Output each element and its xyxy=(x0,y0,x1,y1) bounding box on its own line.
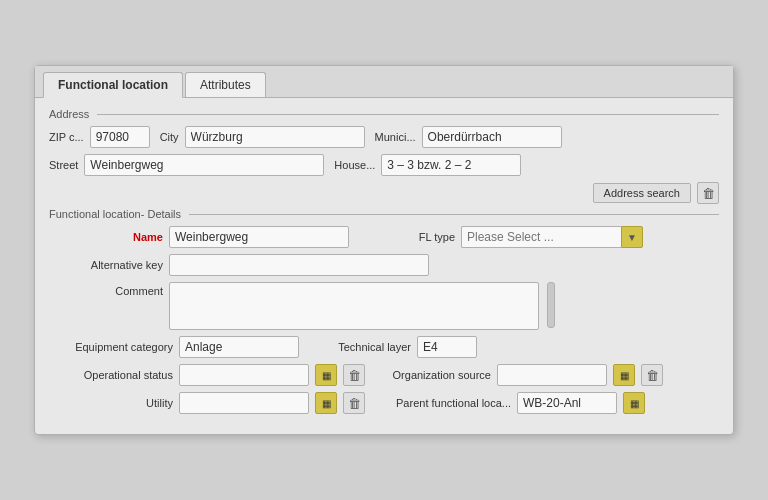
folder-icon-parent: ▦ xyxy=(630,398,639,409)
folder-icon-opstatus: ▦ xyxy=(322,370,331,381)
utility-folder-button[interactable]: ▦ xyxy=(315,392,337,414)
op-status-group: Operational status ▦ 🗑 xyxy=(53,364,365,386)
zip-input[interactable] xyxy=(90,126,150,148)
op-status-trash-button[interactable]: 🗑 xyxy=(343,364,365,386)
name-field-group: Name xyxy=(53,226,349,248)
fl-type-input[interactable] xyxy=(461,226,621,248)
address-search-button[interactable]: Address search xyxy=(593,183,691,203)
street-label: Street xyxy=(49,159,78,171)
address-row-2: Street House... xyxy=(49,154,719,176)
arrow-down-icon: ▼ xyxy=(627,232,637,243)
op-status-input[interactable] xyxy=(179,364,309,386)
trash-icon-utility: 🗑 xyxy=(348,396,361,411)
alt-key-row: Alternative key xyxy=(53,254,715,276)
munic-label: Munici... xyxy=(375,131,416,143)
details-row-opstatus: Operational status ▦ 🗑 Organization sour… xyxy=(53,364,715,386)
details-row-utility: Utility ▦ 🗑 Parent functional loca... ▦ xyxy=(53,392,715,414)
address-search-row: Address search 🗑 xyxy=(49,182,719,204)
scrollbar[interactable] xyxy=(547,282,555,328)
content-area: Address ZIP c... City Munici... Street H… xyxy=(35,98,733,434)
parent-input[interactable] xyxy=(517,392,617,414)
org-src-trash-button[interactable]: 🗑 xyxy=(641,364,663,386)
main-panel: Functional location Attributes Address Z… xyxy=(34,65,734,435)
trash-icon-orgsrc: 🗑 xyxy=(646,368,659,383)
city-label: City xyxy=(160,131,179,143)
op-status-label: Operational status xyxy=(53,369,173,381)
city-input[interactable] xyxy=(185,126,365,148)
parent-folder-button[interactable]: ▦ xyxy=(623,392,645,414)
folder-icon-orgsrc: ▦ xyxy=(620,370,629,381)
comment-textarea[interactable] xyxy=(169,282,539,330)
parent-label: Parent functional loca... xyxy=(381,397,511,409)
details-row-1: Name FL type ▼ xyxy=(53,226,715,248)
org-src-input[interactable] xyxy=(497,364,607,386)
house-input[interactable] xyxy=(381,154,521,176)
fl-type-container: ▼ xyxy=(461,226,643,248)
folder-icon-utility: ▦ xyxy=(322,398,331,409)
trash-icon: 🗑 xyxy=(702,186,715,201)
utility-label: Utility xyxy=(53,397,173,409)
name-input[interactable] xyxy=(169,226,349,248)
org-src-folder-button[interactable]: ▦ xyxy=(613,364,635,386)
alt-key-label: Alternative key xyxy=(53,259,163,271)
op-status-folder-button[interactable]: ▦ xyxy=(315,364,337,386)
address-trash-button[interactable]: 🗑 xyxy=(697,182,719,204)
org-src-label: Organization source xyxy=(381,369,491,381)
equip-cat-label: Equipment category xyxy=(53,341,173,353)
fl-type-label: FL type xyxy=(395,231,455,243)
tech-layer-group: Technical layer xyxy=(331,336,477,358)
street-input[interactable] xyxy=(84,154,324,176)
details-row-equip: Equipment category Technical layer xyxy=(53,336,715,358)
utility-input[interactable] xyxy=(179,392,309,414)
tech-layer-label: Technical layer xyxy=(331,341,411,353)
address-section-header: Address xyxy=(49,108,719,120)
address-row-1: ZIP c... City Munici... xyxy=(49,126,719,148)
fl-type-dropdown-button[interactable]: ▼ xyxy=(621,226,643,248)
tab-attributes[interactable]: Attributes xyxy=(185,72,266,97)
equip-cat-group: Equipment category xyxy=(53,336,299,358)
parent-group: Parent functional loca... ▦ xyxy=(381,392,645,414)
zip-label: ZIP c... xyxy=(49,131,84,143)
details-content: Name FL type ▼ Alternative key xyxy=(49,226,719,414)
comment-row: Comment xyxy=(53,282,715,330)
fl-type-field-group: FL type ▼ xyxy=(395,226,643,248)
comment-label: Comment xyxy=(53,285,163,297)
trash-icon-opstatus: 🗑 xyxy=(348,368,361,383)
house-label: House... xyxy=(334,159,375,171)
details-section-header: Functional location- Details xyxy=(49,208,719,220)
tab-bar: Functional location Attributes xyxy=(35,66,733,98)
utility-group: Utility ▦ 🗑 xyxy=(53,392,365,414)
alt-key-input[interactable] xyxy=(169,254,429,276)
name-label: Name xyxy=(53,231,163,243)
equip-cat-input[interactable] xyxy=(179,336,299,358)
org-src-group: Organization source ▦ 🗑 xyxy=(381,364,663,386)
tech-layer-input[interactable] xyxy=(417,336,477,358)
utility-trash-button[interactable]: 🗑 xyxy=(343,392,365,414)
tab-functional-location[interactable]: Functional location xyxy=(43,72,183,98)
munic-input[interactable] xyxy=(422,126,562,148)
